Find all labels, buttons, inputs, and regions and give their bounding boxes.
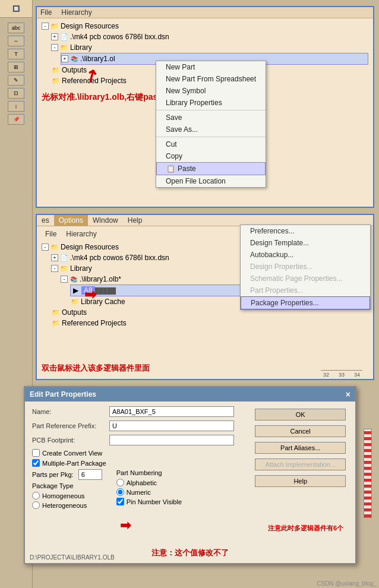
dialog-annotation-1: 注意此时多逻辑器件有6个 — [268, 524, 343, 533]
help-button[interactable]: Help — [255, 475, 346, 487]
dropdown-options: Preferences... Design Template... Autoba… — [240, 225, 371, 310]
tree2-ref-projects[interactable]: Referenced Projects — [51, 318, 368, 328]
part-a8-icon: ▶ — [71, 286, 80, 295]
red-arrow-2: ➡ — [84, 286, 96, 303]
multi-part-label: Multiple-Part Package — [42, 460, 106, 467]
right-buttons: OK Cancel Part Aliases... Attach Impleme… — [255, 409, 346, 489]
ctx-copy[interactable]: Copy — [156, 150, 266, 162]
dialog-close-btn[interactable]: × — [346, 390, 350, 399]
file-menu-2[interactable]: File — [45, 230, 56, 238]
attach-impl-button: Attach Implementation... — [255, 459, 346, 470]
context-menu-1: New Part New Part From Spreadsheet New S… — [156, 61, 266, 188]
expand-mk4[interactable]: + — [51, 33, 58, 40]
lib-icon-1 — [70, 54, 79, 64]
name-label: Name: — [32, 408, 109, 415]
section1-panel: File Hierarchy - Design Resources + .\mk… — [36, 6, 374, 208]
ctx-save[interactable]: Save — [156, 112, 266, 124]
expand2-mk4[interactable]: + — [51, 254, 58, 261]
folder2-outputs — [51, 308, 61, 317]
part-aliases-button[interactable]: Part Aliases... — [255, 442, 346, 454]
create-convert-checkbox[interactable] — [32, 449, 40, 457]
vert-schematic-bar — [364, 429, 372, 518]
heterogeneous-radio[interactable] — [32, 501, 40, 509]
parts-per-pkg-label: Parts per Pkg: — [32, 471, 74, 478]
outputs-icon — [51, 65, 61, 75]
alphabetic-label: Alphabetic — [127, 479, 157, 486]
numeric-radio[interactable] — [116, 488, 124, 496]
ctx-cut[interactable]: Cut — [156, 138, 266, 150]
ctx-save-as[interactable]: Save As... — [156, 124, 266, 135]
pcb-footprint-label: PCB Footprint: — [32, 437, 109, 444]
lib2-icon — [69, 274, 78, 284]
pin-number-visible-label: Pin Number Visible — [127, 498, 182, 505]
tree-library[interactable]: - Library — [51, 42, 368, 53]
cancel-button[interactable]: Cancel — [255, 425, 346, 437]
menu-es[interactable]: es — [37, 215, 54, 226]
pcb-footprint-input[interactable] — [109, 435, 234, 445]
folder-icon-1 — [50, 21, 59, 31]
panel-header-1: File Hierarchy — [37, 7, 373, 18]
create-convert-label: Create Convert View — [42, 450, 102, 457]
dd-part-props: Part Properties... — [241, 284, 370, 296]
hierarchy-menu[interactable]: Hierarchy — [61, 8, 91, 17]
menu-window[interactable]: Window — [88, 215, 123, 226]
section2-panel: es Options Window Help File Hierarchy - … — [36, 214, 374, 380]
alphabetic-radio[interactable] — [116, 479, 124, 486]
watermark: CSDN @uxiang_blog_ — [317, 580, 377, 587]
heterogeneous-row: Heterogeneous — [32, 501, 102, 509]
expand-library[interactable]: - — [51, 44, 58, 51]
numeric-row: Numeric — [116, 488, 182, 496]
dialog-footer: D:\PROJECT\A\LIBRARY1.OLB — [30, 554, 115, 561]
dialog-annotation-2: 注意：这个值修改不了 — [151, 548, 229, 558]
red-arrow-3: ➡ — [120, 518, 131, 533]
heterogeneous-label: Heterogeneous — [42, 502, 87, 509]
folder2-ref — [51, 318, 61, 328]
separator-2 — [156, 137, 266, 137]
ruler-bottom: 32 33 34 — [321, 370, 362, 379]
expand-lib1[interactable]: + — [61, 55, 68, 62]
ref-prefix-label: Part Reference Prefix: — [32, 422, 109, 429]
ctx-library-props[interactable]: Library Properties — [156, 97, 266, 109]
homogeneous-radio[interactable] — [32, 492, 40, 500]
menu-options[interactable]: Options — [54, 215, 88, 226]
file2-mk4 — [59, 253, 69, 263]
package-type-label: Package Type — [32, 482, 102, 489]
parts-per-pkg-input[interactable] — [78, 469, 102, 480]
expand2-lib[interactable]: - — [51, 265, 58, 272]
dialog-title: Edit Part Properties × — [25, 387, 355, 402]
homogeneous-label: Homogeneous — [42, 492, 85, 500]
folder2-cache — [70, 297, 80, 306]
tree-design-resources[interactable]: - Design Resources — [42, 21, 368, 31]
parts-per-pkg-row: Parts per Pkg: — [32, 469, 102, 480]
numeric-label: Numeric — [127, 489, 151, 496]
ref-projects-icon — [51, 76, 61, 86]
tree-mk4-file[interactable]: + .\mk4 pcb cowos 6786l bxx.dsn — [51, 31, 368, 42]
dd-design-props: Design Properties... — [241, 261, 370, 273]
ctx-new-symbol[interactable]: New Symbol — [156, 85, 266, 97]
homogeneous-row: Homogeneous — [32, 492, 102, 500]
ctx-new-part-spreadsheet[interactable]: New Part From Spreadsheet — [156, 73, 266, 85]
library-folder-icon — [59, 43, 69, 52]
dd-design-template[interactable]: Design Template... — [241, 237, 370, 249]
ctx-new-part[interactable]: New Part — [156, 61, 266, 73]
hierarchy-menu-2[interactable]: Hierarchy — [66, 230, 96, 238]
name-input[interactable] — [109, 406, 234, 417]
folder2-lib — [59, 264, 69, 273]
ctx-paste[interactable]: 📋Paste — [156, 162, 266, 175]
ref-prefix-input[interactable] — [109, 421, 234, 431]
expand2-lib1[interactable]: - — [61, 276, 68, 283]
pin-number-visible-checkbox[interactable] — [116, 498, 124, 505]
multi-part-checkbox[interactable] — [32, 459, 40, 467]
dd-preferences[interactable]: Preferences... — [241, 225, 370, 237]
expand2-dr[interactable]: - — [42, 244, 49, 251]
part-numbering-section: Part Numbering Alphabetic Numeric Pin Nu… — [116, 469, 182, 511]
ok-button[interactable]: OK — [255, 409, 346, 421]
ctx-open-file-location[interactable]: Open File Location — [156, 175, 266, 187]
dd-autobackup[interactable]: Autobackup... — [241, 249, 370, 261]
expand-design-resources[interactable]: - — [42, 23, 49, 30]
file-menu[interactable]: File — [40, 8, 52, 17]
edit-part-dialog: Edit Part Properties × Name: Part Refere… — [24, 386, 356, 564]
dd-package-props[interactable]: Package Properties... — [241, 296, 370, 309]
menu-help[interactable]: Help — [123, 215, 147, 226]
separator-1 — [156, 110, 266, 110]
